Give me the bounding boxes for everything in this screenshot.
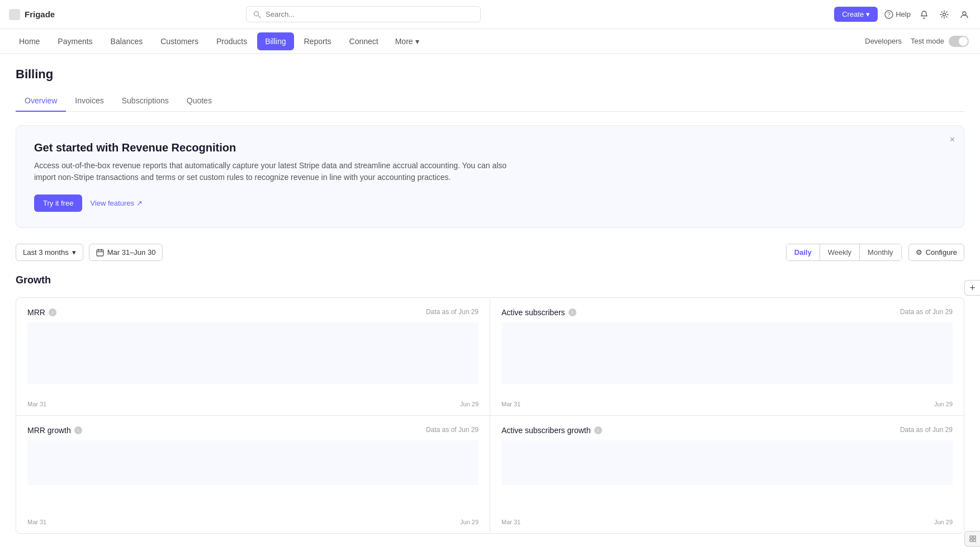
top-navigation: Frigade Create ▾ ? Help xyxy=(0,0,980,29)
close-banner-button[interactable]: × xyxy=(950,135,955,145)
svg-line-1 xyxy=(258,15,261,17)
sidebar-item-reports[interactable]: Reports xyxy=(296,32,339,50)
more-menu-button[interactable]: More ▾ xyxy=(389,32,426,50)
search-bar[interactable] xyxy=(246,6,481,22)
sidebar-item-home[interactable]: Home xyxy=(11,32,48,50)
svg-rect-10 xyxy=(27,322,479,384)
test-mode-toggle-wrap: Test mode xyxy=(911,36,969,47)
configure-button[interactable]: ⚙ Configure xyxy=(908,244,964,261)
svg-rect-16 xyxy=(970,539,972,542)
user-icon xyxy=(960,10,969,19)
chevron-down-icon: ▾ xyxy=(72,248,76,257)
page-content: Billing Overview Invoices Subscriptions … xyxy=(0,54,980,547)
date-calendar-button[interactable]: Mar 31–Jun 30 xyxy=(89,244,163,261)
tab-invoices[interactable]: Invoices xyxy=(66,91,112,112)
svg-point-5 xyxy=(963,12,966,15)
create-button[interactable]: Create ▾ xyxy=(834,7,878,22)
mrr-growth-chart-cell: MRR growth i Data as of Jun 29 Mar 31 Ju… xyxy=(16,416,490,533)
svg-text:?: ? xyxy=(887,12,891,18)
tab-subscriptions[interactable]: Subscriptions xyxy=(113,91,178,112)
test-mode-toggle[interactable] xyxy=(949,36,969,47)
help-button[interactable]: ? Help xyxy=(884,10,911,19)
mrr-info-icon[interactable]: i xyxy=(49,309,56,316)
granularity-daily-button[interactable]: Daily xyxy=(787,244,820,260)
active-subscribers-growth-chart-footer: Mar 31 Jun 29 xyxy=(501,519,953,525)
banner-title: Get started with Revenue Recognition xyxy=(34,141,946,154)
date-display: Mar 31–Jun 30 xyxy=(107,248,156,257)
granularity-monthly-button[interactable]: Monthly xyxy=(860,244,901,260)
svg-point-4 xyxy=(943,13,945,16)
toggle-knob xyxy=(959,37,968,46)
date-range-label: Last 3 months xyxy=(23,248,69,257)
page-title: Billing xyxy=(16,67,964,82)
sidebar-item-balances[interactable]: Balances xyxy=(103,32,151,50)
view-features-link[interactable]: View features ↗ xyxy=(90,199,143,207)
mrr-growth-chart-footer: Mar 31 Jun 29 xyxy=(27,519,479,525)
billing-tabs: Overview Invoices Subscriptions Quotes xyxy=(16,91,964,112)
try-it-free-button[interactable]: Try it free xyxy=(34,194,82,212)
mrr-chart-title: MRR i xyxy=(27,308,56,317)
active-subscribers-chart-header: Active subscribers i Data as of Jun 29 xyxy=(501,308,953,317)
banner-description: Access out-of-the-box revenue reports th… xyxy=(34,160,515,183)
sidebar-item-products[interactable]: Products xyxy=(209,32,255,50)
help-circle-icon: ? xyxy=(884,10,893,19)
logo-label: Frigade xyxy=(25,10,55,19)
growth-section-title: Growth xyxy=(16,274,964,286)
mrr-growth-data-as-of: Data as of Jun 29 xyxy=(426,426,479,434)
active-subscribers-growth-chart-cell: Active subscribers growth i Data as of J… xyxy=(490,416,964,533)
chart-grid: MRR i Data as of Jun 29 Mar 31 Jun 29 Ac… xyxy=(16,297,964,534)
sidebar-item-billing[interactable]: Billing xyxy=(257,32,293,50)
svg-rect-17 xyxy=(973,539,976,542)
active-subscribers-chart-footer: Mar 31 Jun 29 xyxy=(501,401,953,407)
active-subscribers-data-as-of: Data as of Jun 29 xyxy=(900,308,953,316)
top-right-actions: Create ▾ ? Help xyxy=(834,7,971,22)
test-mode-label: Test mode xyxy=(911,37,944,45)
sidebar-item-customers[interactable]: Customers xyxy=(153,32,206,50)
right-controls: Daily Weekly Monthly ⚙ Configure xyxy=(786,244,964,261)
search-input[interactable] xyxy=(266,10,474,18)
search-icon xyxy=(253,11,261,18)
mrr-chart-area xyxy=(27,322,479,395)
active-subscribers-chart-area xyxy=(501,322,953,395)
tab-overview[interactable]: Overview xyxy=(16,91,66,112)
mrr-growth-chart-area xyxy=(27,440,479,513)
logo-icon xyxy=(9,9,20,20)
date-range-dropdown[interactable]: Last 3 months ▾ xyxy=(16,244,83,261)
bell-icon xyxy=(920,10,929,19)
mrr-chart-cell: MRR i Data as of Jun 29 Mar 31 Jun 29 xyxy=(16,298,490,415)
sidebar-item-payments[interactable]: Payments xyxy=(50,32,100,50)
svg-rect-6 xyxy=(97,250,103,256)
revenue-recognition-banner: × Get started with Revenue Recognition A… xyxy=(16,125,964,228)
svg-rect-15 xyxy=(973,536,976,538)
side-add-button[interactable]: + xyxy=(964,280,980,296)
sidebar-item-connect[interactable]: Connect xyxy=(342,32,386,50)
mrr-growth-info-icon[interactable]: i xyxy=(74,426,82,434)
svg-rect-14 xyxy=(970,536,972,538)
gear-icon xyxy=(940,10,949,19)
logo[interactable]: Frigade xyxy=(9,9,65,20)
svg-rect-13 xyxy=(501,440,953,485)
active-subscribers-chart-cell: Active subscribers i Data as of Jun 29 M… xyxy=(490,298,964,415)
chevron-down-icon: ▾ xyxy=(866,10,870,18)
side-bottom-button[interactable] xyxy=(964,531,980,547)
active-subscribers-growth-chart-area xyxy=(501,440,953,513)
active-subscribers-growth-info-icon[interactable]: i xyxy=(594,426,602,434)
user-button[interactable] xyxy=(958,8,971,21)
tab-quotes[interactable]: Quotes xyxy=(178,91,221,112)
settings-button[interactable] xyxy=(938,8,951,21)
controls-bar: Last 3 months ▾ Mar 31–Jun 30 Daily Week… xyxy=(16,244,964,261)
active-subscribers-growth-data-as-of: Data as of Jun 29 xyxy=(900,426,953,434)
right-nav: Developers Test mode xyxy=(865,36,969,47)
developers-link[interactable]: Developers xyxy=(865,37,902,45)
mrr-growth-chart-title: MRR growth i xyxy=(27,426,82,435)
active-subscribers-growth-chart-title: Active subscribers growth i xyxy=(501,426,602,435)
granularity-weekly-button[interactable]: Weekly xyxy=(820,244,860,260)
mrr-growth-chart-header: MRR growth i Data as of Jun 29 xyxy=(27,426,479,435)
active-subscribers-growth-chart-header: Active subscribers growth i Data as of J… xyxy=(501,426,953,435)
active-subscribers-info-icon[interactable]: i xyxy=(569,309,576,316)
active-subscribers-chart-title: Active subscribers i xyxy=(501,308,576,317)
notifications-button[interactable] xyxy=(917,8,931,21)
mrr-chart-footer: Mar 31 Jun 29 xyxy=(27,401,479,407)
svg-rect-11 xyxy=(501,322,953,384)
mrr-data-as-of: Data as of Jun 29 xyxy=(426,308,479,316)
